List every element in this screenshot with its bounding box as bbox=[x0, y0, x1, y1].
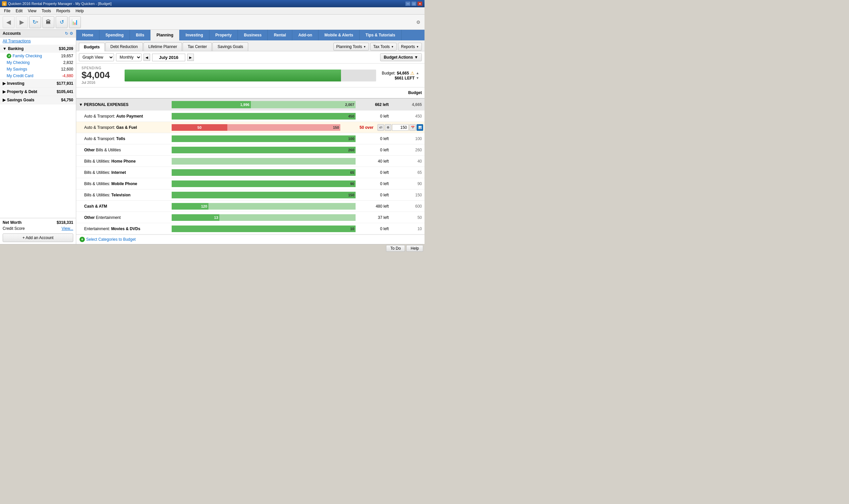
gas-fuel-chart-icon[interactable]: 📊 bbox=[417, 124, 423, 131]
menu-help[interactable]: Help bbox=[73, 8, 86, 14]
budget-right-summary: Budget: $4,665 ⚠ ▲ $661 LEFT ▼ bbox=[379, 71, 419, 80]
left-home-phone: 40 left bbox=[358, 158, 391, 165]
sub-tabs: Budgets Debt Reduction Lifetime Planner … bbox=[79, 42, 249, 51]
property-debt-group-header[interactable]: ▶ Property & Debt $105,441 bbox=[0, 88, 76, 96]
tab-tips-tutorials[interactable]: Tips & Tutorials bbox=[360, 30, 402, 40]
menu-view[interactable]: View bbox=[25, 8, 39, 14]
subtab-tax-center[interactable]: Tax Center bbox=[183, 42, 212, 51]
gas-fuel-calendar-icon[interactable]: 📅 bbox=[409, 124, 416, 131]
menu-file[interactable]: File bbox=[1, 8, 13, 14]
add-account-button[interactable]: + Add an Account bbox=[3, 233, 73, 242]
budget-internet: 65 bbox=[391, 169, 424, 176]
banking-expand-icon: ▼ bbox=[3, 47, 7, 51]
planning-tools-button[interactable]: Planning Tools ▼ bbox=[333, 43, 369, 51]
credit-score-link[interactable]: View... bbox=[62, 226, 73, 231]
settings-gear-icon[interactable]: ⚙ bbox=[415, 19, 422, 26]
bar-green-auto-payment: 450 bbox=[172, 113, 356, 120]
bar-light-home-phone bbox=[172, 158, 356, 165]
refresh-button[interactable]: ↻▾ bbox=[29, 16, 41, 28]
bottom-bar: To Do Help bbox=[0, 244, 424, 252]
all-transactions-link[interactable]: All Transactions bbox=[0, 37, 76, 45]
account-family-checking[interactable]: ↺ Family Checking 19,657 bbox=[0, 53, 76, 59]
view-select[interactable]: Graph View Annual View Monthly View bbox=[79, 53, 114, 61]
row-other-entertainment: Other Entertainment 13 37 left 50 bbox=[76, 212, 424, 223]
scroll-up-arrow[interactable]: ▲ bbox=[416, 71, 419, 75]
menu-edit[interactable]: Edit bbox=[13, 8, 25, 14]
spending-left: SPENDING $4,004 Jul 2016 bbox=[82, 66, 121, 85]
account-my-savings[interactable]: My Savings 12,600 bbox=[0, 66, 76, 73]
menu-tools[interactable]: Tools bbox=[39, 8, 54, 14]
category-mobile-phone: Bills & Utilities: Mobile Phone bbox=[76, 180, 169, 187]
period-forward-button[interactable]: ▶ bbox=[187, 54, 194, 61]
bar-green-cash-atm: 120 bbox=[172, 203, 208, 210]
menu-bar: File Edit View Tools Reports Help bbox=[0, 7, 424, 15]
reports-button[interactable]: Reports ▼ bbox=[398, 43, 422, 51]
sidebar-gear-icon[interactable]: ⚙ bbox=[70, 31, 73, 36]
tab-bills[interactable]: Bills bbox=[130, 30, 151, 40]
banking-group-header[interactable]: ▼ Banking $30,209 bbox=[0, 45, 76, 53]
budget-left-row: $661 LEFT ▼ bbox=[395, 76, 419, 80]
subtab-savings-goals[interactable]: Savings Goals bbox=[212, 42, 248, 51]
savings-goals-group-header[interactable]: ▶ Savings Goals $4,750 bbox=[0, 96, 76, 104]
category-tolls: Auto & Transport: Tolls bbox=[76, 135, 169, 142]
savings-expand-icon: ▶ bbox=[3, 98, 6, 102]
close-button[interactable]: ✕ bbox=[417, 1, 422, 6]
tab-business[interactable]: Business bbox=[238, 30, 268, 40]
help-button[interactable]: Help bbox=[406, 245, 423, 252]
tab-investing[interactable]: Investing bbox=[179, 30, 209, 40]
account-name-my-checking: My Checking bbox=[7, 60, 30, 65]
tab-mobile-alerts[interactable]: Mobile & Alerts bbox=[318, 30, 360, 40]
net-worth-row: Net Worth $318,331 bbox=[3, 220, 73, 225]
header-left bbox=[358, 91, 391, 94]
account-name-family-checking: ↺ Family Checking bbox=[7, 54, 42, 58]
bar-green-other-bills: 260 bbox=[172, 147, 356, 153]
account-my-credit-card[interactable]: My Credit Card -4,880 bbox=[0, 73, 76, 79]
tab-planning[interactable]: Planning bbox=[151, 30, 179, 40]
tab-rental[interactable]: Rental bbox=[268, 30, 292, 40]
add-category-button[interactable]: + Select Categories to Budget bbox=[80, 237, 136, 242]
category-other-bills: Other Bills & Utilities bbox=[76, 146, 169, 154]
subtab-lifetime-planner[interactable]: Lifetime Planner bbox=[143, 42, 182, 51]
property-debt-balance: $105,441 bbox=[57, 89, 73, 94]
title-bar: Q Quicken 2016 Rental Property Manager -… bbox=[0, 0, 424, 7]
bar-green-television: 150 bbox=[172, 192, 356, 198]
investing-group-header[interactable]: ▶ Investing $177,931 bbox=[0, 79, 76, 87]
bar-green-mobile-phone: 90 bbox=[172, 180, 356, 187]
bar-mobile-phone: 90 bbox=[172, 180, 356, 187]
period-type-select[interactable]: Monthly Annual bbox=[116, 53, 141, 61]
tab-addon[interactable]: Add-on bbox=[292, 30, 318, 40]
tab-home[interactable]: Home bbox=[76, 30, 100, 40]
minimize-button[interactable]: ─ bbox=[405, 1, 411, 6]
header-category bbox=[76, 91, 169, 94]
subtab-budgets[interactable]: Budgets bbox=[79, 43, 105, 51]
menu-reports[interactable]: Reports bbox=[54, 8, 73, 14]
personal-expenses-bar-wrapper: 1,996 2,007 bbox=[172, 101, 356, 108]
sidebar-refresh-icon[interactable]: ↻ bbox=[65, 31, 68, 36]
budget-tolls: 100 bbox=[391, 135, 424, 142]
period-back-button[interactable]: ◀ bbox=[143, 54, 150, 61]
account-my-checking[interactable]: My Checking 2,832 bbox=[0, 59, 76, 66]
sidebar-title: Accounts bbox=[3, 31, 21, 36]
home-button[interactable]: 🏛 bbox=[42, 16, 54, 28]
forward-button[interactable]: ▶ bbox=[16, 16, 28, 28]
header-budget: Budget bbox=[391, 89, 424, 96]
warning-icon: ⚠ bbox=[410, 71, 415, 76]
budget-actions-button[interactable]: Budget Actions ▼ bbox=[380, 53, 422, 61]
maximize-button[interactable]: □ bbox=[411, 1, 417, 6]
sync-button[interactable]: ↺ bbox=[56, 16, 68, 28]
scroll-down-arrow[interactable]: ▼ bbox=[416, 76, 419, 80]
chart-button[interactable]: 📊 bbox=[69, 16, 81, 28]
nav-tabs: Home Spending Bills Planning Investing P… bbox=[76, 30, 424, 40]
bar-col-auto-payment: 450 bbox=[169, 112, 358, 121]
tax-tools-button[interactable]: Tax Tools ▼ bbox=[370, 43, 397, 51]
gas-fuel-budget-input[interactable] bbox=[392, 124, 409, 131]
tab-property[interactable]: Property bbox=[209, 30, 238, 40]
add-category-bar: + Select Categories to Budget bbox=[76, 234, 424, 244]
subtab-debt-reduction[interactable]: Debt Reduction bbox=[105, 42, 143, 51]
todo-button[interactable]: To Do bbox=[386, 245, 405, 252]
account-balance-my-checking: 2,832 bbox=[63, 60, 73, 65]
back-button[interactable]: ◀ bbox=[3, 16, 15, 28]
gas-fuel-tool-icon1[interactable]: 🏷 bbox=[378, 124, 384, 131]
gas-fuel-tool-gear[interactable]: ⚙ bbox=[385, 124, 391, 131]
tab-spending[interactable]: Spending bbox=[100, 30, 130, 40]
